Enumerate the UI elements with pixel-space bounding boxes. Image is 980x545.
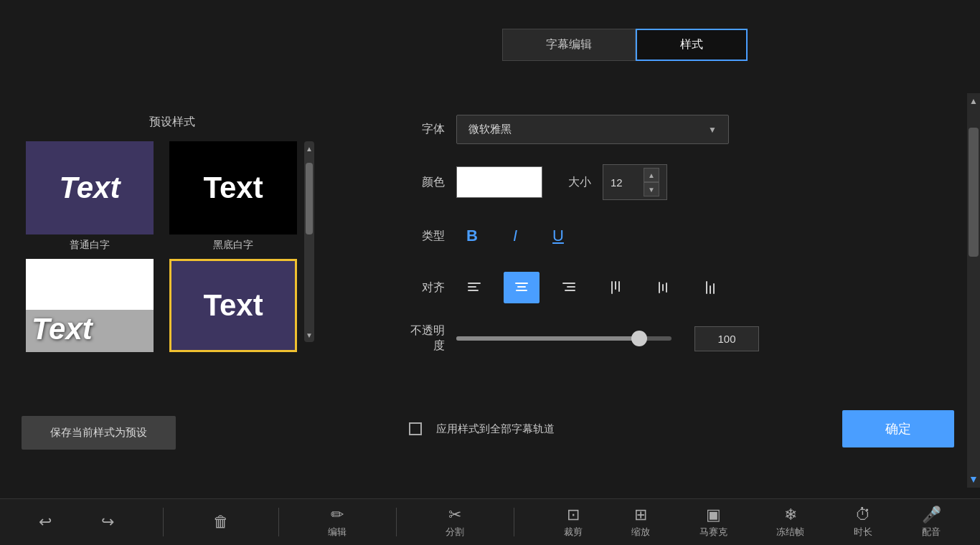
preset-scroll-up[interactable]: ▲: [304, 141, 314, 156]
font-dropdown[interactable]: 微软雅黑 ▼: [456, 115, 729, 144]
duration-icon: ⏱: [855, 506, 871, 524]
crop-icon: ⊡: [567, 506, 580, 524]
mask-icon: ▣: [706, 506, 721, 524]
preset-preview-black-bg-white: Text: [169, 141, 297, 234]
font-label: 字体: [409, 122, 445, 137]
opacity-label: 不透明度: [409, 323, 445, 354]
svg-rect-4: [517, 286, 526, 288]
svg-rect-11: [618, 281, 620, 292]
underline-button[interactable]: U: [542, 220, 574, 252]
toolbar-redo[interactable]: ↪: [101, 513, 114, 531]
save-preset-button[interactable]: 保存当前样式为预设: [22, 416, 176, 450]
color-size-row: 颜色 大小 12 ▲ ▼: [409, 164, 954, 200]
preset-item-yellow-border[interactable]: Text: [165, 259, 301, 356]
toolbar-zoom[interactable]: ⊞ 缩放: [631, 506, 650, 539]
opacity-slider-fill: [456, 336, 639, 341]
toolbar-audio[interactable]: 🎤 配音: [922, 506, 941, 539]
preset-scrollbar: ▲ ▼: [304, 141, 314, 342]
svg-rect-1: [468, 286, 476, 288]
opacity-value-display: 100: [694, 326, 759, 351]
svg-rect-9: [611, 281, 613, 294]
align-label: 对齐: [409, 280, 445, 295]
preset-item-black-bg-white[interactable]: Text 黑底白字: [165, 141, 301, 252]
toolbar-duration-label: 时长: [854, 526, 872, 539]
panel-scrollbar: ▲ ▼: [967, 93, 980, 488]
scroll-down-icon[interactable]: ▼: [969, 473, 979, 485]
tab-subtitle-edit[interactable]: 字幕编辑: [502, 29, 636, 61]
audio-icon: 🎤: [922, 506, 941, 524]
preset-item-plain-white[interactable]: Text 普通白字: [22, 141, 158, 252]
freeze-icon: ❄: [784, 506, 797, 524]
size-value: 12: [611, 176, 623, 189]
preset-scroll-down[interactable]: ▼: [304, 328, 314, 342]
scroll-up-icon[interactable]: ▲: [969, 96, 978, 106]
svg-rect-6: [562, 283, 575, 284]
redo-icon: ↪: [101, 513, 114, 531]
toolbar-divider-4: [514, 508, 514, 536]
bottom-actions: 应用样式到全部字幕轨道 确定: [409, 410, 954, 447]
align-row: 对齐: [409, 272, 954, 303]
svg-rect-8: [565, 290, 575, 291]
font-value: 微软雅黑: [468, 123, 512, 136]
preset-panel: 预设样式 Text 普通白字 Text 黑底白字 Text: [22, 115, 323, 356]
confirm-button[interactable]: 确定: [842, 410, 954, 447]
toolbar-delete[interactable]: 🗑: [213, 513, 229, 531]
italic-button[interactable]: I: [499, 220, 531, 252]
color-picker[interactable]: [456, 166, 542, 198]
preset-label-black-bg-white: 黑底白字: [213, 239, 253, 252]
opacity-row: 不透明度 100: [409, 323, 954, 354]
opacity-slider[interactable]: [456, 336, 672, 341]
tab-style[interactable]: 样式: [636, 29, 748, 61]
svg-rect-13: [662, 284, 664, 291]
top-tab-bar: 字幕编辑 样式: [502, 29, 748, 61]
toolbar-divider-1: [163, 508, 164, 536]
zoom-icon: ⊞: [634, 506, 647, 524]
align-center-button[interactable]: [504, 272, 540, 303]
size-down-button[interactable]: ▼: [644, 182, 659, 196]
preset-item-gray-bottom[interactable]: Text: [22, 259, 158, 356]
apply-label: 应用样式到全部字幕轨道: [436, 422, 555, 436]
type-label: 类型: [409, 229, 445, 244]
scroll-thumb[interactable]: [969, 128, 979, 257]
toolbar-edit[interactable]: ✏ 编辑: [328, 506, 347, 539]
preset-scroll-thumb[interactable]: [306, 163, 313, 234]
svg-rect-0: [468, 283, 481, 284]
svg-rect-16: [710, 285, 711, 294]
toolbar-crop[interactable]: ⊡ 裁剪: [564, 506, 583, 539]
preset-grid: Text 普通白字 Text 黑底白字 Text: [22, 141, 301, 356]
preset-label-plain-white: 普通白字: [70, 239, 110, 252]
align-left-button[interactable]: [456, 272, 492, 303]
toolbar-split[interactable]: ✂ 分割: [446, 506, 464, 539]
svg-rect-5: [516, 290, 527, 291]
svg-rect-7: [567, 286, 575, 288]
preset-preview-yellow-border: Text: [169, 259, 297, 352]
toolbar-undo[interactable]: ↩: [39, 513, 52, 531]
toolbar-mask-label: 马赛克: [699, 526, 727, 539]
align-vbottom-button[interactable]: [693, 272, 729, 303]
toolbar-mask[interactable]: ▣ 马赛克: [699, 506, 727, 539]
align-vmiddle-button[interactable]: [646, 272, 682, 303]
bold-button[interactable]: B: [456, 220, 488, 252]
delete-icon: 🗑: [213, 513, 229, 531]
svg-rect-14: [666, 283, 667, 293]
preset-title: 预设样式: [22, 115, 323, 130]
toolbar-duration[interactable]: ⏱ 时长: [854, 506, 872, 539]
align-vtop-button[interactable]: [598, 272, 634, 303]
toolbar-freeze[interactable]: ❄ 冻结帧: [776, 506, 804, 539]
color-label: 颜色: [409, 175, 445, 190]
svg-rect-15: [706, 281, 707, 294]
toolbar-freeze-label: 冻结帧: [776, 526, 804, 539]
size-input-container: 12 ▲ ▼: [603, 164, 667, 200]
align-right-button[interactable]: [551, 272, 587, 303]
apply-checkbox[interactable]: [409, 422, 422, 435]
toolbar-divider-3: [396, 508, 397, 536]
size-up-button[interactable]: ▲: [644, 168, 659, 182]
dropdown-arrow-icon: ▼: [708, 125, 717, 135]
opacity-slider-thumb[interactable]: [631, 331, 647, 346]
preset-preview-gray-bottom: Text: [26, 259, 154, 352]
svg-rect-10: [615, 281, 616, 290]
svg-rect-3: [515, 283, 528, 284]
toolbar-divider-2: [278, 508, 279, 536]
split-icon: ✂: [448, 506, 461, 524]
svg-rect-2: [468, 290, 479, 291]
